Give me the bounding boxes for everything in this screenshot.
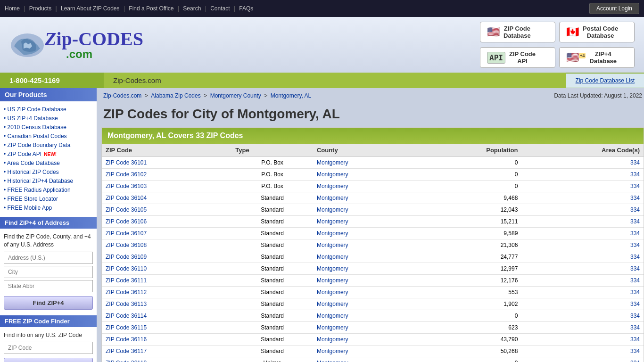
table-row: ZIP Code 36115 Standard Montgomery 623 3… (102, 322, 644, 334)
mobile-link[interactable]: • FREE Mobile App (4, 205, 52, 211)
us-zip4-link[interactable]: • US ZIP+4 Database (4, 115, 58, 122)
area-code-link[interactable]: 334 (630, 277, 640, 284)
zip-link[interactable]: ZIP Code 36103 (106, 183, 147, 189)
col-area-code: Area Code(s) (521, 144, 644, 157)
county-link[interactable]: Montgomery (317, 265, 348, 272)
zip-link[interactable]: ZIP Code 36108 (106, 242, 147, 248)
area-code-link[interactable]: 334 (630, 360, 640, 362)
zip-link[interactable]: ZIP Code 36105 (106, 206, 147, 213)
site-logo[interactable]: Zip-CODES .com (9, 30, 143, 60)
area-code-link[interactable]: 334 (630, 195, 640, 201)
cell-population: 623 (417, 322, 522, 334)
zip-link[interactable]: ZIP Code 36116 (106, 336, 147, 343)
store-link[interactable]: • FREE Store Locator (4, 196, 58, 202)
zip-link[interactable]: ZIP Code 36112 (106, 289, 147, 296)
ca-flag-icon: 🇨🇦 (566, 26, 579, 38)
breadcrumb: Zip-Codes.com > Alabama Zip Codes > Mont… (103, 92, 311, 99)
api-link[interactable]: • ZIP Code API NEW! (4, 151, 57, 157)
county-link[interactable]: Montgomery (317, 206, 348, 213)
area-code-link[interactable]: 334 (630, 230, 640, 237)
nav-search[interactable]: Search (183, 5, 201, 12)
nav-post-office[interactable]: Find a Post Office (129, 5, 173, 12)
county-link[interactable]: Montgomery (317, 289, 348, 296)
historical-zip-link[interactable]: • Historical ZIP Codes (4, 169, 59, 175)
county-link[interactable]: Montgomery (317, 336, 348, 343)
county-link[interactable]: Montgomery (317, 242, 348, 248)
breadcrumb-city[interactable]: Montgomery, AL (271, 92, 311, 99)
us-zip-link[interactable]: • US ZIP Code Database (4, 106, 66, 113)
nav-contact[interactable]: Contact (210, 5, 230, 12)
cell-population: 1,902 (417, 298, 522, 310)
area-code-link[interactable]: 334 (630, 289, 640, 296)
zip4-database-button[interactable]: 🇺🇸+4 ZIP+4Database (559, 47, 635, 68)
county-link[interactable]: Montgomery (317, 313, 348, 319)
county-link[interactable]: Montgomery (317, 218, 348, 225)
area-code-link[interactable]: 334 (630, 183, 640, 189)
area-code-link[interactable]: 334 (630, 242, 640, 248)
account-login-button[interactable]: Account Login (589, 3, 639, 14)
lookup-zip-button[interactable]: Lookup ZIP Code (4, 358, 93, 362)
nav-home[interactable]: Home (5, 5, 20, 12)
address-input[interactable] (4, 252, 93, 264)
cell-area-code: 334 (521, 275, 644, 287)
county-link[interactable]: Montgomery (317, 171, 348, 178)
canadian-link[interactable]: • Canadian Postal Codes (4, 133, 67, 140)
zip-link[interactable]: ZIP Code 36117 (106, 348, 147, 354)
zip-link[interactable]: ZIP Code 36118 (106, 360, 147, 362)
zip-link[interactable]: ZIP Code 36106 (106, 218, 147, 225)
county-link[interactable]: Montgomery (317, 360, 348, 362)
area-code-link[interactable]: 334 (630, 313, 640, 319)
zip-link[interactable]: ZIP Code 36114 (106, 313, 147, 319)
nav-learn[interactable]: Learn About ZIP Codes (61, 5, 120, 12)
breadcrumb-home[interactable]: Zip-Codes.com (103, 92, 141, 99)
area-code-link[interactable]: 334 (630, 336, 640, 343)
historical-zip4-link[interactable]: • Historical ZIP+4 Database (4, 178, 73, 184)
census-link[interactable]: • 2010 Census Database (4, 124, 66, 131)
cell-county: Montgomery (313, 334, 417, 346)
nav-faqs[interactable]: FAQs (239, 5, 253, 12)
zip-link[interactable]: ZIP Code 36102 (106, 171, 147, 178)
radius-link[interactable]: • FREE Radius Application (4, 187, 71, 193)
zip-link[interactable]: ZIP Code 36104 (106, 195, 147, 201)
sidebar-item-mobile: • FREE Mobile App (4, 203, 93, 212)
county-link[interactable]: Montgomery (317, 195, 348, 201)
zip-link[interactable]: ZIP Code 36107 (106, 230, 147, 237)
zip-link[interactable]: ZIP Code 36115 (106, 324, 147, 331)
state-input[interactable] (4, 280, 93, 292)
county-link[interactable]: Montgomery (317, 159, 348, 166)
nav-products[interactable]: Products (29, 5, 51, 12)
county-link[interactable]: Montgomery (317, 230, 348, 237)
zip-link[interactable]: ZIP Code 36101 (106, 159, 147, 166)
area-code-link[interactable]: 334 (630, 171, 640, 178)
postal-code-database-button[interactable]: 🇨🇦 Postal CodeDatabase (559, 22, 635, 42)
county-link[interactable]: Montgomery (317, 277, 348, 284)
area-code-link[interactable]: 334 (630, 301, 640, 307)
city-input[interactable] (4, 266, 93, 278)
area-code-link[interactable]: 334 (630, 254, 640, 260)
breadcrumb-county[interactable]: Montgomery County (210, 92, 261, 99)
area-code-link[interactable]: 334 (630, 206, 640, 213)
county-link[interactable]: Montgomery (317, 254, 348, 260)
zip-link[interactable]: ZIP Code 36110 (106, 265, 147, 272)
area-code-link[interactable]: • Area Code Database (4, 160, 60, 166)
zip-link[interactable]: ZIP Code 36111 (106, 277, 147, 284)
db-list-link[interactable]: Zip Code Database List (566, 74, 644, 88)
area-code-link[interactable]: 334 (630, 218, 640, 225)
area-code-link[interactable]: 334 (630, 324, 640, 331)
boundary-link[interactable]: • ZIP Code Boundary Data (4, 142, 70, 148)
county-link[interactable]: Montgomery (317, 301, 348, 307)
county-link[interactable]: Montgomery (317, 324, 348, 331)
find-zip4-button[interactable]: Find ZIP+4 (4, 296, 93, 310)
area-code-link[interactable]: 334 (630, 159, 640, 166)
zip-code-api-button[interactable]: API ZIP CodeAPI (480, 47, 555, 68)
county-link[interactable]: Montgomery (317, 183, 348, 189)
breadcrumb-alabama[interactable]: Alabama Zip Codes (151, 92, 200, 99)
api-icon: API (487, 52, 505, 64)
zip-code-database-button[interactable]: 🇺🇸 ZIP CodeDatabase (480, 22, 555, 42)
county-link[interactable]: Montgomery (317, 348, 348, 354)
zip-link[interactable]: ZIP Code 36109 (106, 254, 147, 260)
zip-link[interactable]: ZIP Code 36113 (106, 301, 147, 307)
area-code-link[interactable]: 334 (630, 265, 640, 272)
area-code-link[interactable]: 334 (630, 348, 640, 354)
zip-code-input[interactable] (4, 342, 93, 354)
